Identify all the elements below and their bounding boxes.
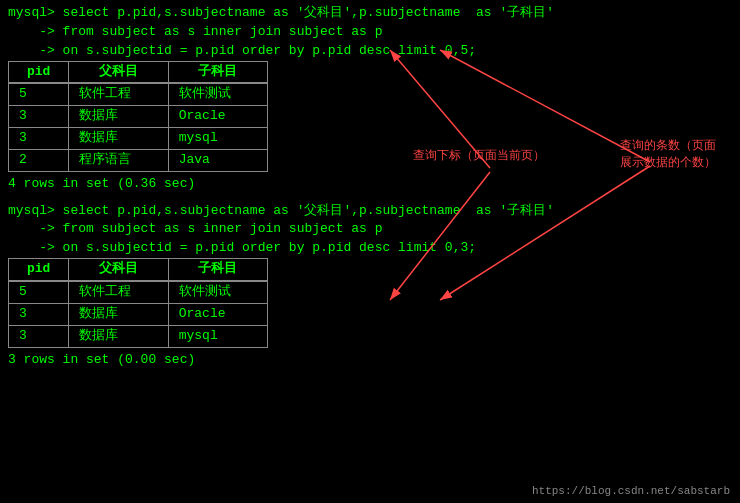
col-header-parent-1: 父科目: [69, 61, 168, 83]
url-label: https://blog.csdn.net/sabstarb: [532, 485, 730, 497]
table-row: 5软件工程软件测试: [9, 83, 268, 105]
query1-line3: -> on s.subjectid = p.pid order by p.pid…: [8, 42, 732, 61]
annotation-left: 查询下标（页面当前页）: [413, 148, 545, 165]
query2-line2: -> from subject as s inner join subject …: [8, 220, 732, 239]
table-row: 3数据库Oracle: [9, 106, 268, 128]
col-header-child-1: 子科目: [168, 61, 267, 83]
query1-line2: -> from subject as s inner join subject …: [8, 23, 732, 42]
query2-line3: -> on s.subjectid = p.pid order by p.pid…: [8, 239, 732, 258]
terminal-window: mysql> select p.pid,s.subjectname as '父科…: [0, 0, 740, 381]
col-header-parent-2: 父科目: [69, 259, 168, 281]
table-row: 5软件工程软件测试: [9, 281, 268, 303]
annotation-right: 查询的条数（页面展示数据的个数）: [608, 138, 728, 172]
query2-line1: mysql> select p.pid,s.subjectname as '父科…: [8, 202, 732, 221]
table-row: 2程序语言Java: [9, 149, 268, 171]
result-table-1: pid 父科目 子科目 5软件工程软件测试3数据库Oracle3数据库mysql…: [8, 61, 268, 172]
table-row: 3数据库mysql: [9, 128, 268, 150]
table-row: 3数据库mysql: [9, 325, 268, 347]
col-header-child-2: 子科目: [168, 259, 267, 281]
rows1-info: 4 rows in set (0.36 sec): [8, 175, 732, 194]
result-table-2: pid 父科目 子科目 5软件工程软件测试3数据库Oracle3数据库mysql: [8, 258, 268, 347]
col-header-pid-2: pid: [9, 259, 69, 281]
rows2-info: 3 rows in set (0.00 sec): [8, 351, 732, 370]
query1-line1: mysql> select p.pid,s.subjectname as '父科…: [8, 4, 732, 23]
table-row: 3数据库Oracle: [9, 303, 268, 325]
col-header-pid-1: pid: [9, 61, 69, 83]
